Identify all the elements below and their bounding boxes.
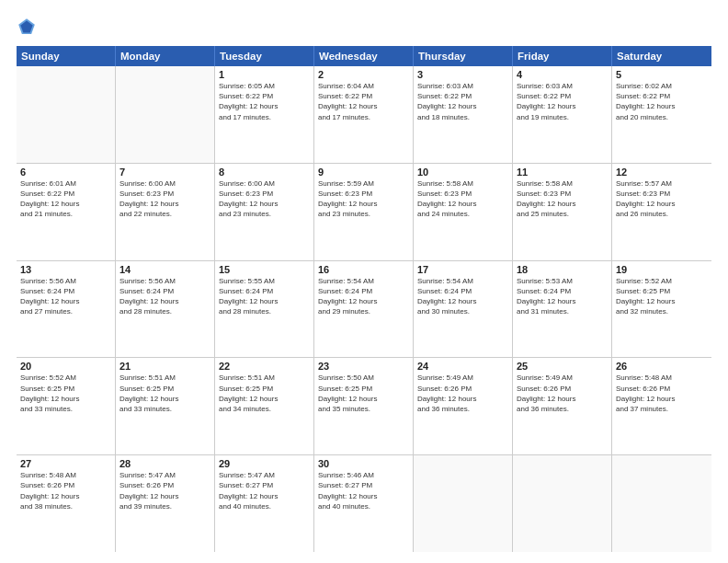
day-number: 8	[219, 167, 310, 178]
cal-row-1: 6Sunrise: 6:01 AMSunset: 6:22 PMDaylight…	[17, 164, 711, 261]
cal-cell: 9Sunrise: 5:59 AMSunset: 6:23 PMDaylight…	[314, 164, 414, 260]
day-info: Sunrise: 5:46 AMSunset: 6:27 PMDaylight:…	[318, 470, 409, 511]
cal-header-tuesday: Tuesday	[215, 46, 314, 66]
day-number: 29	[219, 458, 310, 469]
cal-cell: 10Sunrise: 5:58 AMSunset: 6:23 PMDayligh…	[414, 164, 513, 260]
day-info: Sunrise: 6:04 AMSunset: 6:22 PMDaylight:…	[318, 81, 409, 122]
day-number: 17	[417, 264, 508, 275]
cal-cell: 25Sunrise: 5:49 AMSunset: 6:26 PMDayligh…	[513, 358, 612, 454]
day-info: Sunrise: 6:00 AMSunset: 6:23 PMDaylight:…	[119, 178, 210, 220]
cal-cell: 6Sunrise: 6:01 AMSunset: 6:22 PMDaylight…	[17, 164, 116, 260]
page: SundayMondayTuesdayWednesdayThursdayFrid…	[0, 0, 728, 563]
day-number: 7	[119, 167, 210, 178]
cal-row-0: 1Sunrise: 6:05 AMSunset: 6:22 PMDaylight…	[17, 66, 711, 164]
cal-header-thursday: Thursday	[414, 46, 513, 66]
cal-header-friday: Friday	[513, 46, 612, 66]
cal-cell: 16Sunrise: 5:54 AMSunset: 6:24 PMDayligh…	[314, 261, 414, 358]
cal-cell: 27Sunrise: 5:48 AMSunset: 6:26 PMDayligh…	[17, 455, 116, 552]
cal-cell: 20Sunrise: 5:52 AMSunset: 6:25 PMDayligh…	[17, 358, 116, 454]
day-info: Sunrise: 6:05 AMSunset: 6:22 PMDaylight:…	[219, 81, 310, 122]
calendar: SundayMondayTuesdayWednesdayThursdayFrid…	[17, 46, 711, 552]
day-number: 6	[20, 167, 111, 178]
cal-cell: 12Sunrise: 5:57 AMSunset: 6:23 PMDayligh…	[612, 164, 711, 260]
cal-header-saturday: Saturday	[612, 46, 711, 66]
day-number: 3	[417, 69, 508, 80]
logo-icon	[17, 17, 37, 37]
cal-cell: 5Sunrise: 6:02 AMSunset: 6:22 PMDaylight…	[612, 66, 711, 163]
cal-cell: 1Sunrise: 6:05 AMSunset: 6:22 PMDaylight…	[215, 66, 314, 163]
day-info: Sunrise: 6:02 AMSunset: 6:22 PMDaylight:…	[616, 81, 708, 122]
day-number: 25	[517, 361, 608, 372]
day-number: 30	[318, 458, 409, 469]
day-info: Sunrise: 5:53 AMSunset: 6:24 PMDaylight:…	[517, 276, 608, 317]
day-number: 24	[417, 361, 508, 372]
day-info: Sunrise: 5:48 AMSunset: 6:26 PMDaylight:…	[616, 373, 708, 414]
day-number: 9	[318, 167, 409, 178]
day-number: 15	[219, 264, 310, 275]
day-number: 2	[318, 69, 409, 80]
day-info: Sunrise: 5:49 AMSunset: 6:26 PMDaylight:…	[417, 373, 508, 414]
day-number: 21	[119, 361, 210, 372]
day-number: 4	[517, 69, 608, 80]
day-number: 1	[219, 69, 310, 80]
day-info: Sunrise: 5:49 AMSunset: 6:26 PMDaylight:…	[517, 373, 608, 414]
cal-cell	[414, 455, 513, 552]
cal-cell: 18Sunrise: 5:53 AMSunset: 6:24 PMDayligh…	[513, 261, 612, 358]
day-info: Sunrise: 5:58 AMSunset: 6:23 PMDaylight:…	[417, 178, 508, 220]
day-info: Sunrise: 5:52 AMSunset: 6:25 PMDaylight:…	[20, 373, 111, 414]
day-info: Sunrise: 5:54 AMSunset: 6:24 PMDaylight:…	[417, 276, 508, 317]
cal-cell: 14Sunrise: 5:56 AMSunset: 6:24 PMDayligh…	[116, 261, 215, 358]
day-number: 26	[616, 361, 708, 372]
day-number: 20	[20, 361, 111, 372]
day-info: Sunrise: 6:03 AMSunset: 6:22 PMDaylight:…	[417, 81, 508, 122]
calendar-body: 1Sunrise: 6:05 AMSunset: 6:22 PMDaylight…	[17, 66, 711, 552]
cal-cell: 21Sunrise: 5:51 AMSunset: 6:25 PMDayligh…	[116, 358, 215, 454]
cal-row-3: 20Sunrise: 5:52 AMSunset: 6:25 PMDayligh…	[17, 358, 711, 455]
day-info: Sunrise: 5:54 AMSunset: 6:24 PMDaylight:…	[318, 276, 409, 317]
cal-cell: 22Sunrise: 5:51 AMSunset: 6:25 PMDayligh…	[215, 358, 314, 454]
cal-row-4: 27Sunrise: 5:48 AMSunset: 6:26 PMDayligh…	[17, 455, 711, 552]
header	[17, 17, 711, 37]
day-number: 23	[318, 361, 409, 372]
day-info: Sunrise: 5:47 AMSunset: 6:27 PMDaylight:…	[219, 470, 310, 511]
logo	[17, 17, 40, 37]
day-number: 5	[616, 69, 708, 80]
cal-row-2: 13Sunrise: 5:56 AMSunset: 6:24 PMDayligh…	[17, 261, 711, 359]
day-number: 16	[318, 264, 409, 275]
cal-cell: 4Sunrise: 6:03 AMSunset: 6:22 PMDaylight…	[513, 66, 612, 163]
day-info: Sunrise: 6:03 AMSunset: 6:22 PMDaylight:…	[517, 81, 608, 122]
cal-cell: 15Sunrise: 5:55 AMSunset: 6:24 PMDayligh…	[215, 261, 314, 358]
day-number: 19	[616, 264, 708, 275]
day-number: 14	[119, 264, 210, 275]
day-info: Sunrise: 5:51 AMSunset: 6:25 PMDaylight:…	[119, 373, 210, 414]
cal-cell: 28Sunrise: 5:47 AMSunset: 6:26 PMDayligh…	[116, 455, 215, 552]
day-number: 11	[517, 167, 608, 178]
day-info: Sunrise: 5:47 AMSunset: 6:26 PMDaylight:…	[119, 470, 210, 511]
cal-cell	[17, 66, 116, 163]
day-info: Sunrise: 5:59 AMSunset: 6:23 PMDaylight:…	[318, 178, 409, 220]
cal-cell: 24Sunrise: 5:49 AMSunset: 6:26 PMDayligh…	[414, 358, 513, 454]
day-number: 10	[417, 167, 508, 178]
day-number: 13	[20, 264, 111, 275]
day-info: Sunrise: 5:56 AMSunset: 6:24 PMDaylight:…	[20, 276, 111, 317]
cal-cell	[513, 455, 612, 552]
day-info: Sunrise: 5:57 AMSunset: 6:23 PMDaylight:…	[616, 178, 708, 220]
cal-header-sunday: Sunday	[17, 46, 116, 66]
day-info: Sunrise: 6:01 AMSunset: 6:22 PMDaylight:…	[20, 178, 111, 220]
day-number: 22	[219, 361, 310, 372]
cal-cell: 19Sunrise: 5:52 AMSunset: 6:25 PMDayligh…	[612, 261, 711, 358]
cal-header-monday: Monday	[116, 46, 215, 66]
day-info: Sunrise: 5:52 AMSunset: 6:25 PMDaylight:…	[616, 276, 708, 317]
day-number: 27	[20, 458, 111, 469]
calendar-header-row: SundayMondayTuesdayWednesdayThursdayFrid…	[17, 46, 711, 66]
cal-cell: 13Sunrise: 5:56 AMSunset: 6:24 PMDayligh…	[17, 261, 116, 358]
cal-cell: 11Sunrise: 5:58 AMSunset: 6:23 PMDayligh…	[513, 164, 612, 260]
cal-cell: 30Sunrise: 5:46 AMSunset: 6:27 PMDayligh…	[314, 455, 414, 552]
cal-cell: 23Sunrise: 5:50 AMSunset: 6:25 PMDayligh…	[314, 358, 414, 454]
day-info: Sunrise: 5:51 AMSunset: 6:25 PMDaylight:…	[219, 373, 310, 414]
day-info: Sunrise: 5:48 AMSunset: 6:26 PMDaylight:…	[20, 470, 111, 511]
cal-cell	[612, 455, 711, 552]
day-info: Sunrise: 6:00 AMSunset: 6:23 PMDaylight:…	[219, 178, 310, 220]
cal-cell: 29Sunrise: 5:47 AMSunset: 6:27 PMDayligh…	[215, 455, 314, 552]
cal-cell: 17Sunrise: 5:54 AMSunset: 6:24 PMDayligh…	[414, 261, 513, 358]
